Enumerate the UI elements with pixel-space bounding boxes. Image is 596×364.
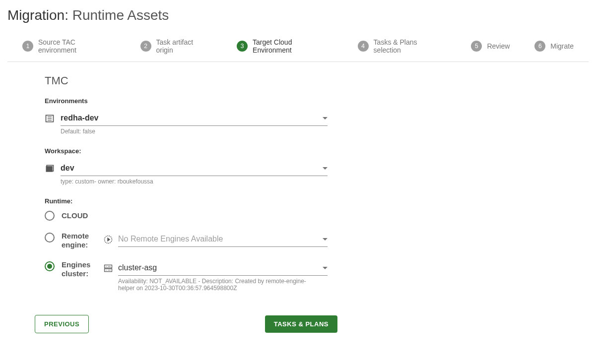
runtime-label: Runtime: <box>45 197 328 205</box>
tasks-plans-button[interactable]: Tasks & Plans <box>265 315 337 333</box>
radio-remote-label: Remote engine: <box>62 232 96 249</box>
step-label: Migrate <box>550 42 574 50</box>
engine-icon <box>103 235 113 244</box>
workspace-select[interactable]: dev <box>61 161 328 176</box>
step-label: Target Cloud Environment <box>253 38 333 54</box>
step-source-tac[interactable]: 1 Source TAC environment <box>22 38 116 54</box>
environments-select[interactable]: redha-dev <box>61 111 328 126</box>
chevron-down-icon <box>323 167 328 170</box>
chevron-down-icon <box>323 117 328 120</box>
environments-label: Environments <box>45 97 328 105</box>
remote-engine-select[interactable]: No Remote Engines Available <box>118 232 328 247</box>
workspace-helper: type: custom- owner: rboukefoussa <box>61 178 328 185</box>
step-number: 4 <box>358 41 369 52</box>
step-target-cloud[interactable]: 3 Target Cloud Environment <box>237 38 333 54</box>
section-title: TMC <box>45 74 328 87</box>
svg-point-10 <box>106 266 107 267</box>
svg-marker-7 <box>107 237 110 241</box>
step-label: Task artifact origin <box>156 38 212 54</box>
cluster-value: cluster-asg <box>118 263 157 272</box>
step-label: Tasks & Plans selection <box>374 38 447 54</box>
step-task-artifact[interactable]: 2 Task artifact origin <box>140 38 212 54</box>
workspace-label: Workspace: <box>45 147 328 155</box>
step-number: 3 <box>237 41 248 52</box>
step-migrate[interactable]: 6 Migrate <box>534 41 574 52</box>
step-tasks-plans[interactable]: 4 Tasks & Plans selection <box>358 38 447 54</box>
chevron-down-icon <box>323 238 328 241</box>
radio-cloud-label: CLOUD <box>62 211 88 220</box>
step-number: 1 <box>22 41 33 52</box>
radio-remote-engine[interactable] <box>45 233 55 243</box>
environment-icon <box>45 114 55 123</box>
step-number: 2 <box>140 41 151 52</box>
remote-engine-placeholder: No Remote Engines Available <box>118 235 223 243</box>
page-title: Migration: Runtime Assets <box>7 7 589 23</box>
radio-cluster-label: Engines cluster: <box>62 260 96 278</box>
chevron-down-icon <box>323 267 328 269</box>
radio-engines-cluster[interactable] <box>45 261 55 271</box>
step-number: 5 <box>471 41 482 52</box>
workspace-icon <box>45 164 55 174</box>
step-number: 6 <box>534 41 545 52</box>
step-label: Review <box>487 42 510 50</box>
previous-button[interactable]: Previous <box>35 315 89 333</box>
radio-cloud[interactable] <box>45 211 55 221</box>
svg-point-11 <box>106 269 107 270</box>
cluster-select[interactable]: cluster-asg <box>118 260 328 276</box>
cluster-icon <box>103 263 113 273</box>
workspace-value: dev <box>61 164 74 173</box>
environments-helper: Default: false <box>61 128 328 135</box>
wizard-stepper: 1 Source TAC environment 2 Task artifact… <box>7 33 589 62</box>
step-review[interactable]: 5 Review <box>471 41 510 52</box>
cluster-helper: Availability: NOT_AVAILABLE - Descriptio… <box>118 278 317 292</box>
environments-value: redha-dev <box>61 114 98 122</box>
step-label: Source TAC environment <box>38 38 116 54</box>
